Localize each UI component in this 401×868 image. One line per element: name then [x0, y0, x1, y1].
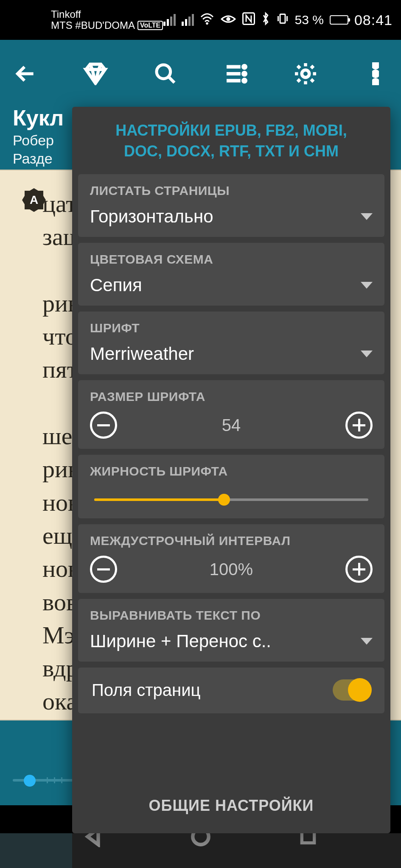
- chevron-down-icon: [361, 638, 373, 645]
- fontsize-value: 54: [222, 416, 241, 435]
- font-size-setting: РАЗМЕР ШРИФТА 54: [78, 380, 384, 449]
- svg-point-7: [243, 79, 246, 82]
- auto-brightness-icon[interactable]: A: [21, 187, 47, 213]
- weight-label: ЖИРНОСТЬ ШРИФТА: [90, 464, 373, 479]
- general-settings-button[interactable]: ОБЩИЕ НАСТРОЙКИ: [72, 780, 390, 833]
- back-button[interactable]: [13, 61, 38, 86]
- scheme-label: ЦВЕТОВАЯ СХЕМА: [90, 252, 373, 267]
- linespace-label: МЕЖДУСТРОЧНЫЙ ИНТЕРВАЛ: [90, 534, 373, 548]
- paging-setting[interactable]: ЛИСТАТЬ СТРАНИЦЫ Горизонтально: [78, 174, 384, 237]
- signal-2-icon: [182, 14, 194, 26]
- line-spacing-setting: МЕЖДУСТРОЧНЫЙ ИНТЕРВАЛ 100%: [78, 524, 384, 593]
- svg-point-5: [243, 65, 246, 68]
- nav-blur: [0, 833, 401, 868]
- status-carriers: Tinkoff MTS #BUD'DOMA VoLTE: [51, 9, 163, 31]
- chevron-down-icon: [361, 213, 373, 220]
- decrease-line-spacing-button[interactable]: [90, 556, 117, 583]
- carrier-1: Tinkoff: [51, 9, 163, 20]
- popup-title: НАСТРОЙКИ EPUB, FB2, MOBI, DOC, DOCX, RT…: [72, 107, 390, 174]
- svg-point-1: [226, 17, 230, 21]
- battery-icon: [330, 15, 348, 25]
- svg-point-8: [302, 70, 309, 78]
- decrease-font-size-button[interactable]: [90, 412, 117, 439]
- margins-label: Поля страниц: [92, 681, 200, 700]
- signal-1-icon: [163, 14, 176, 26]
- toolbar: [13, 48, 388, 99]
- color-scheme-setting[interactable]: ЦВЕТОВАЯ СХЕМА Сепия: [78, 243, 384, 306]
- search-button[interactable]: [153, 61, 178, 86]
- chevron-down-icon: [361, 351, 373, 357]
- battery-pct: 53 %: [295, 13, 324, 27]
- settings-button[interactable]: [293, 61, 318, 86]
- font-label: ШРИФТ: [90, 321, 373, 335]
- premium-diamond-icon[interactable]: [83, 61, 108, 86]
- svg-point-11: [373, 80, 379, 86]
- overflow-menu-button[interactable]: [363, 61, 388, 86]
- increase-font-size-button[interactable]: [345, 412, 373, 439]
- text-justify-setting[interactable]: ВЫРАВНИВАТЬ ТЕКСТ ПО Ширине + Перенос с.…: [78, 599, 384, 662]
- chevron-down-icon: [361, 282, 373, 289]
- volte-badge: VoLTE: [137, 21, 163, 30]
- svg-rect-3: [280, 14, 285, 23]
- wifi-icon: [200, 13, 214, 28]
- nfc-icon: [242, 12, 255, 28]
- font-value: Merriweather: [90, 344, 194, 364]
- justify-value: Ширине + Перенос с..: [90, 631, 271, 651]
- margins-toggle[interactable]: [333, 679, 371, 701]
- page-margins-setting[interactable]: Поля страниц: [78, 668, 384, 713]
- status-right: 53 % 08:41: [163, 12, 393, 28]
- svg-point-0: [206, 22, 208, 25]
- font-setting[interactable]: ШРИФТ Merriweather: [78, 312, 384, 374]
- vibrate-icon: [276, 12, 289, 28]
- increase-line-spacing-button[interactable]: [345, 556, 373, 583]
- paging-label: ЛИСТАТЬ СТРАНИЦЫ: [90, 184, 373, 198]
- bluetooth-icon: [261, 12, 270, 28]
- eye-icon: [220, 13, 236, 27]
- format-settings-popup: НАСТРОЙКИ EPUB, FB2, MOBI, DOC, DOCX, RT…: [72, 107, 390, 833]
- svg-point-4: [157, 65, 171, 79]
- font-weight-setting: ЖИРНОСТЬ ШРИФТА: [78, 455, 384, 518]
- linespace-value: 100%: [210, 560, 253, 579]
- status-bar: Tinkoff MTS #BUD'DOMA VoLTE 53 % 08:41: [0, 0, 401, 40]
- svg-point-9: [373, 62, 379, 68]
- justify-label: ВЫРАВНИВАТЬ ТЕКСТ ПО: [90, 608, 373, 623]
- contents-button[interactable]: [223, 61, 248, 86]
- carrier-2: MTS #BUD'DOMA: [51, 20, 135, 31]
- svg-point-6: [243, 72, 246, 75]
- paging-value: Горизонтально: [90, 206, 213, 227]
- scheme-value: Сепия: [90, 275, 142, 295]
- fontsize-label: РАЗМЕР ШРИФТА: [90, 389, 373, 404]
- clock: 08:41: [354, 12, 393, 28]
- svg-point-10: [373, 71, 379, 77]
- font-weight-slider[interactable]: [90, 491, 373, 508]
